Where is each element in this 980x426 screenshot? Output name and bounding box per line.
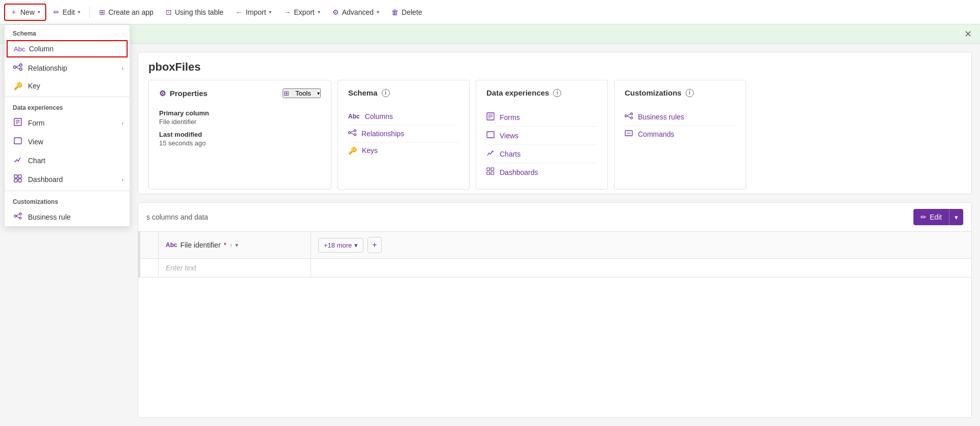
dashboard-menu-item[interactable]: Dashboard › <box>5 170 130 189</box>
more-cols-button[interactable]: +18 more ▾ <box>318 238 363 253</box>
export-button[interactable]: → Export ▾ <box>279 5 325 19</box>
abc-col-icon: Abc <box>166 241 177 249</box>
business-rules-label: Business rules <box>638 113 684 121</box>
charts-icon <box>486 149 495 159</box>
customizations-card: Customizations i <box>614 80 746 190</box>
import-icon: ← <box>236 8 243 16</box>
create-app-label: Create an app <box>108 8 154 16</box>
tools-button[interactable]: ⊞ Tools ▾ <box>283 88 321 98</box>
schema-card-title: Schema <box>348 88 378 97</box>
main-content: pboxFiles ⚙ Properties ⊞ Tools ▾ <box>0 44 980 426</box>
charts-label: Charts <box>500 150 520 158</box>
relationship-item-label: Relationship <box>28 64 67 72</box>
relationship-menu-item[interactable]: Relationship › <box>5 58 130 77</box>
views-label: Views <box>500 132 518 140</box>
enter-text-cell[interactable]: Enter text <box>159 259 311 277</box>
svg-point-16 <box>19 217 21 219</box>
dashboards-icon <box>486 167 495 177</box>
new-label: New <box>20 8 35 16</box>
using-table-icon: ⊡ <box>166 8 172 16</box>
advanced-button[interactable]: ⚙ Advanced ▾ <box>327 5 384 19</box>
columns-link[interactable]: Abc Columns <box>348 108 459 125</box>
svg-line-4 <box>16 67 20 69</box>
file-identifier-header[interactable]: Abc File identifier * ↑ ▾ <box>159 232 311 258</box>
svg-line-22 <box>351 131 354 133</box>
table-row: Enter text <box>138 259 971 278</box>
key-menu-item[interactable]: 🔑 Key <box>5 77 130 95</box>
svg-rect-31 <box>487 172 490 175</box>
key-icon: 🔑 <box>13 82 23 90</box>
close-banner-button[interactable]: ✕ <box>964 28 972 40</box>
svg-rect-28 <box>487 132 494 138</box>
advanced-label: Advanced <box>342 8 374 16</box>
customizations-info-icon: i <box>686 89 694 97</box>
svg-point-34 <box>631 113 633 115</box>
edit-chevron-icon: ▾ <box>78 9 80 15</box>
edit-data-chevron-button[interactable]: ▾ <box>949 209 963 225</box>
divider-1 <box>89 6 90 18</box>
new-button[interactable]: ＋ New ▾ <box>4 4 46 21</box>
svg-point-0 <box>14 66 16 69</box>
form-chevron-icon: › <box>121 120 124 126</box>
svg-rect-29 <box>487 168 490 171</box>
more-cols-header: +18 more ▾ + <box>311 232 971 258</box>
delete-button[interactable]: 🗑 Delete <box>386 5 427 19</box>
svg-point-2 <box>20 68 22 71</box>
required-indicator: * <box>224 241 226 249</box>
edit-button[interactable]: ✏ Edit ▾ <box>48 5 85 19</box>
primary-column-value: File identifier <box>159 118 321 126</box>
svg-line-36 <box>627 114 631 116</box>
svg-point-33 <box>625 115 627 117</box>
charts-link[interactable]: Charts <box>486 145 597 163</box>
views-link[interactable]: Views <box>486 127 597 145</box>
dashboard-item-label: Dashboard <box>28 175 63 184</box>
chart-menu-item[interactable]: Chart <box>5 151 130 170</box>
toolbar: ＋ New ▾ ✏ Edit ▾ ⊞ Create an app ⊡ Using… <box>0 0 980 24</box>
new-chevron-icon: ▾ <box>38 9 40 15</box>
view-menu-item[interactable]: View <box>5 132 130 151</box>
column-menu-item[interactable]: Abc Column <box>7 40 128 57</box>
svg-point-19 <box>349 132 351 134</box>
svg-rect-12 <box>14 179 17 182</box>
svg-line-17 <box>16 215 19 216</box>
keys-link[interactable]: 🔑 Keys <box>348 142 459 159</box>
data-section: s columns and data ✏ Edit ▾ Abc File ide… <box>138 202 972 418</box>
tools-label: Tools <box>295 89 311 97</box>
commands-link[interactable]: Commands <box>625 126 736 142</box>
create-app-button[interactable]: ⊞ Create an app <box>94 5 159 19</box>
edit-data-button[interactable]: ✏ Edit <box>913 209 949 225</box>
relationships-link[interactable]: Relationships <box>348 125 459 142</box>
svg-point-1 <box>20 64 22 67</box>
svg-line-37 <box>627 116 631 118</box>
dashboards-label: Dashboards <box>500 168 538 176</box>
svg-line-23 <box>351 133 354 135</box>
new-dropdown-menu: Schema Abc Column Relationship › 🔑 Key D… <box>4 24 130 227</box>
row-selector-header <box>138 232 159 258</box>
last-modified-value: 15 seconds ago <box>159 139 321 147</box>
properties-header: ⚙ Properties ⊞ Tools ▾ <box>159 88 321 102</box>
edit-data-label: Edit <box>930 213 942 221</box>
using-this-table-button[interactable]: ⊡ Using this table <box>161 5 229 19</box>
add-column-button[interactable]: + <box>368 237 381 253</box>
dashboard-chevron-icon: › <box>121 176 124 182</box>
primary-column-label: Primary column <box>159 109 321 117</box>
customizations-title: Customizations <box>625 88 682 97</box>
svg-rect-13 <box>18 179 21 182</box>
data-exp-title: Data experiences <box>486 88 549 97</box>
import-button[interactable]: ← Import ▾ <box>231 5 277 19</box>
commands-label: Commands <box>638 130 675 138</box>
more-cols-chevron-icon: ▾ <box>354 241 358 249</box>
row-selector <box>138 259 159 277</box>
abc-icon: Abc <box>348 113 360 120</box>
business-rule-menu-item[interactable]: Business rule <box>5 207 130 226</box>
column-icon: Abc <box>14 45 24 53</box>
import-chevron-icon: ▾ <box>269 9 271 15</box>
last-modified-field: Last modified 15 seconds ago <box>159 131 321 147</box>
schema-card: Schema i Abc Columns <box>338 80 470 190</box>
business-rules-link[interactable]: Business rules <box>625 108 736 126</box>
dashboards-link[interactable]: Dashboards <box>486 163 597 181</box>
form-menu-item[interactable]: Form › <box>5 113 130 132</box>
forms-link[interactable]: Forms <box>486 108 597 127</box>
schema-card-header: Schema i <box>348 88 459 101</box>
page-title-card: pboxFiles ⚙ Properties ⊞ Tools ▾ <box>138 52 972 194</box>
